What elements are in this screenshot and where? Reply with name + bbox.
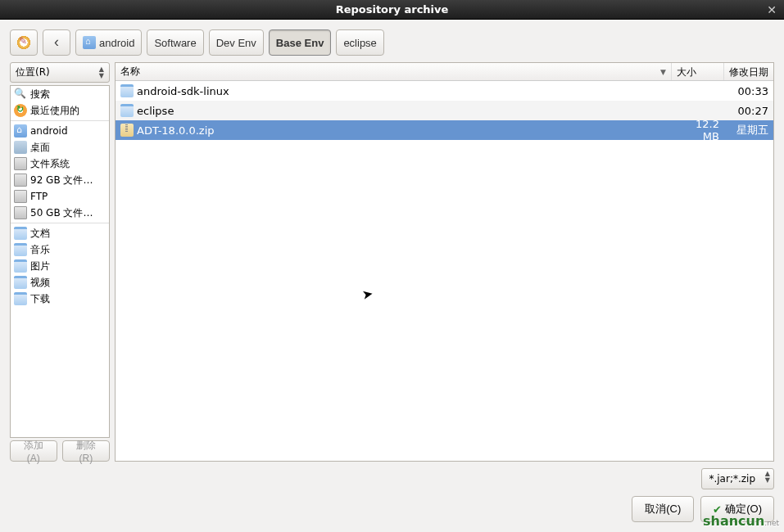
place-label: FTP: [30, 191, 48, 202]
places-list: 搜索最近使用的android桌面文件系统92 GB 文件…FTP50 GB 文件…: [10, 85, 110, 438]
folder-icon: [120, 84, 134, 97]
disk-icon: [14, 190, 27, 203]
place-item[interactable]: 最近使用的: [11, 102, 109, 119]
place-label: 搜索: [30, 88, 50, 101]
titlebar: Repository archive ✕: [0, 0, 784, 20]
home-icon: [83, 36, 96, 49]
places-actions: 添加(A) 删除(R): [10, 440, 110, 462]
home-icon: [14, 124, 27, 138]
disk-icon: [14, 206, 27, 219]
place-item[interactable]: 视频: [11, 274, 109, 291]
path-segment-eclipse[interactable]: eclipse: [336, 29, 383, 56]
path-segment-baseenv[interactable]: Base Env: [269, 29, 332, 56]
path-back-button[interactable]: [43, 29, 70, 56]
path-segment-android[interactable]: android: [75, 29, 142, 56]
folder-icon: [14, 292, 27, 305]
recent-icon: [14, 104, 27, 117]
place-item[interactable]: 音乐: [11, 241, 109, 258]
file-date: 00:33: [724, 85, 773, 97]
place-item[interactable]: 搜索: [11, 86, 109, 102]
place-item[interactable]: 50 GB 文件…: [11, 205, 109, 221]
place-item[interactable]: 桌面: [11, 139, 109, 156]
file-row[interactable]: ADT-18.0.0.zip12.2 MB星期五: [116, 120, 773, 140]
place-item[interactable]: 下载: [11, 291, 109, 307]
place-label: android: [30, 125, 68, 137]
place-label: 桌面: [30, 141, 50, 155]
cancel-button[interactable]: 取消(C): [632, 496, 694, 522]
folder-icon: [14, 243, 27, 256]
folder-icon: [14, 227, 27, 240]
place-item[interactable]: FTP: [11, 188, 109, 205]
add-place-button[interactable]: 添加(A): [10, 440, 57, 462]
place-label: 视频: [30, 276, 50, 290]
place-label: 50 GB 文件…: [30, 206, 93, 220]
place-item[interactable]: 文档: [11, 225, 109, 241]
file-list: android-sdk-linux00:33eclipse00:27ADT-18…: [116, 81, 773, 461]
places-panel: 位置(R) ▲▼ 搜索最近使用的android桌面文件系统92 GB 文件…FT…: [10, 62, 110, 462]
close-icon[interactable]: ✕: [764, 2, 779, 17]
place-label: 图片: [30, 259, 50, 273]
chevron-left-icon: [50, 36, 63, 49]
spinner-arrows-icon: ▲▼: [765, 471, 770, 484]
file-name: eclipse: [137, 105, 174, 117]
file-header: 名称 ▼ 大小 修改日期: [116, 63, 773, 81]
sort-desc-icon: ▼: [660, 68, 666, 76]
filter-row: *.jar;*.zip ▲▼: [10, 468, 774, 489]
place-item[interactable]: 92 GB 文件…: [11, 172, 109, 188]
disk-icon: [14, 174, 27, 187]
zip-icon: [120, 124, 134, 137]
place-label: 下载: [30, 292, 50, 306]
file-name: ADT-18.0.0.zip: [137, 124, 215, 137]
edit-path-button[interactable]: [10, 29, 38, 56]
file-name: android-sdk-linux: [137, 85, 229, 97]
column-name[interactable]: 名称 ▼: [116, 63, 672, 80]
place-label: 文件系统: [30, 157, 70, 171]
file-panel: 名称 ▼ 大小 修改日期 android-sdk-linux00:33eclip…: [115, 62, 774, 462]
file-size: 12.2 MB: [672, 118, 724, 142]
sort-arrows-icon: ▲▼: [99, 66, 104, 79]
folder-icon: [120, 104, 134, 117]
place-label: 音乐: [30, 243, 50, 257]
desktop-icon: [14, 141, 27, 154]
window-title: Repository archive: [336, 3, 449, 16]
ok-button[interactable]: ✔ 确定(O): [700, 496, 774, 522]
file-date: 00:27: [724, 105, 773, 117]
filter-combobox[interactable]: *.jar;*.zip ▲▼: [701, 468, 774, 489]
column-size[interactable]: 大小: [672, 63, 724, 80]
place-label: 最近使用的: [30, 104, 79, 118]
disk-icon: [14, 157, 27, 170]
place-item[interactable]: 文件系统: [11, 156, 109, 172]
place-item[interactable]: android: [11, 123, 109, 139]
main-area: 位置(R) ▲▼ 搜索最近使用的android桌面文件系统92 GB 文件…FT…: [10, 62, 774, 462]
place-label: 文档: [30, 227, 50, 241]
folder-icon: [14, 276, 27, 289]
path-segment-software[interactable]: Software: [147, 29, 203, 56]
place-label: 92 GB 文件…: [30, 174, 93, 187]
file-date: 星期五: [724, 123, 773, 138]
folder-icon: [14, 259, 27, 273]
column-date[interactable]: 修改日期: [724, 63, 773, 80]
ok-icon: ✔: [713, 503, 722, 516]
search-icon: [14, 88, 27, 101]
file-row[interactable]: android-sdk-linux00:33: [116, 81, 773, 101]
path-toolbar: android Software Dev Env Base Env eclips…: [10, 29, 774, 56]
places-header[interactable]: 位置(R) ▲▼: [10, 62, 110, 83]
remove-place-button[interactable]: 删除(R): [62, 440, 110, 462]
place-item[interactable]: 图片: [11, 258, 109, 274]
dialog-body: android Software Dev Env Base Env eclips…: [0, 20, 784, 532]
action-row: 取消(C) ✔ 确定(O): [10, 496, 774, 522]
pencil-icon: [17, 36, 30, 49]
path-segment-devenv[interactable]: Dev Env: [209, 29, 264, 56]
